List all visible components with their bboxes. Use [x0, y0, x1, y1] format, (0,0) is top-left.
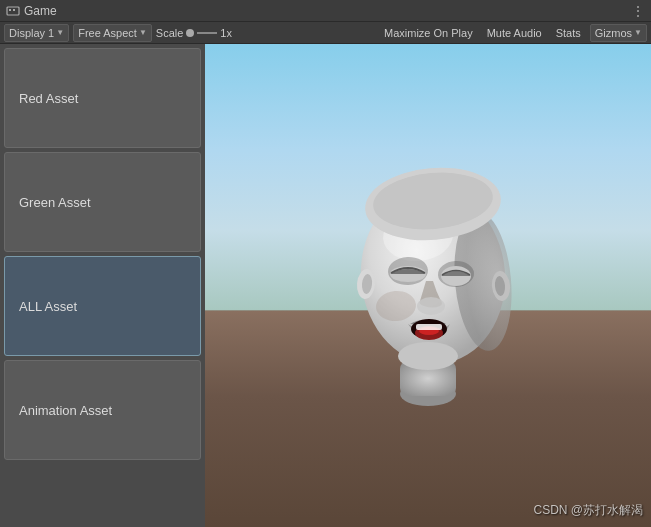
svg-point-12	[417, 297, 445, 315]
gizmos-selector[interactable]: Gizmos ▼	[590, 24, 647, 42]
watermark: CSDN @苏打水解渴	[533, 502, 643, 519]
display-chevron: ▼	[56, 28, 64, 37]
svg-rect-16	[416, 324, 442, 330]
maximize-on-play-button[interactable]: Maximize On Play	[379, 24, 478, 42]
toolbar: Display 1 ▼ Free Aspect ▼ Scale 1x Maxim…	[0, 22, 651, 44]
title-bar: Game ⋮	[0, 0, 651, 22]
all-asset-button[interactable]: ALL Asset	[4, 256, 201, 356]
stats-button[interactable]: Stats	[551, 24, 586, 42]
animation-asset-button[interactable]: Animation Asset	[4, 360, 201, 460]
aspect-chevron: ▼	[139, 28, 147, 37]
scale-line	[197, 32, 217, 34]
mute-audio-button[interactable]: Mute Audio	[482, 24, 547, 42]
svg-rect-1	[9, 9, 11, 11]
aspect-selector[interactable]: Free Aspect ▼	[73, 24, 152, 42]
display-selector[interactable]: Display 1 ▼	[4, 24, 69, 42]
gizmos-chevron: ▼	[634, 28, 642, 37]
scale-value: 1x	[220, 27, 232, 39]
title-bar-menu[interactable]: ⋮	[631, 3, 645, 19]
red-asset-button[interactable]: Red Asset	[4, 48, 201, 148]
green-asset-button[interactable]: Green Asset	[4, 152, 201, 252]
aspect-label: Free Aspect	[78, 27, 137, 39]
display-label: Display 1	[9, 27, 54, 39]
viewport: CSDN @苏打水解渴	[205, 44, 651, 527]
left-panel: Red Asset Green Asset ALL Asset Animatio…	[0, 44, 205, 527]
scale-dot	[186, 29, 194, 37]
game-area: Red Asset Green Asset ALL Asset Animatio…	[0, 44, 651, 527]
game-icon	[6, 4, 20, 18]
head-3d-model	[328, 166, 528, 406]
svg-rect-2	[13, 9, 15, 11]
svg-point-17	[398, 342, 458, 370]
gizmos-label: Gizmos	[595, 27, 632, 39]
scale-text: Scale	[156, 27, 184, 39]
scale-control: Scale 1x	[156, 27, 232, 39]
title-bar-label: Game	[24, 4, 57, 18]
